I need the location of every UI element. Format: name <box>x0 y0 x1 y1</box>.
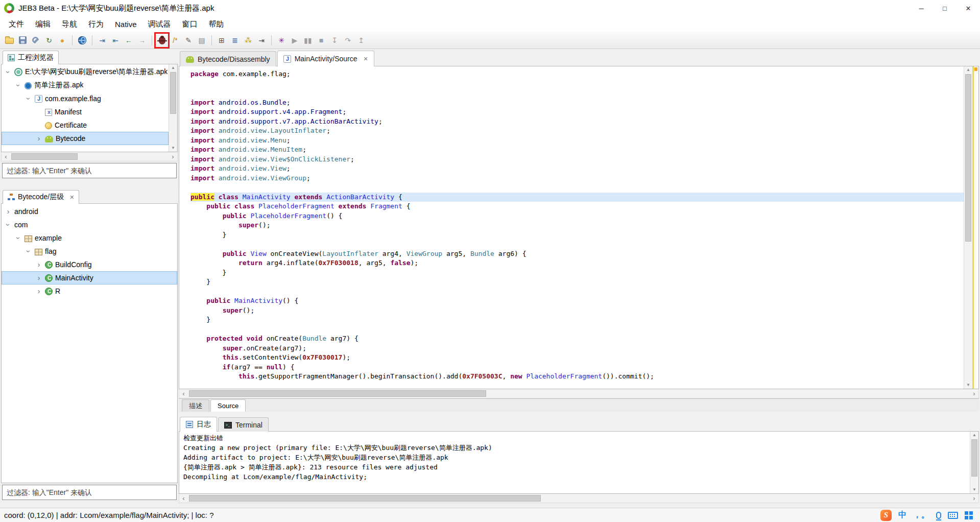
code-line[interactable]: super(); <box>190 306 964 316</box>
scroll-up-arrow-icon[interactable]: ▲ <box>964 66 972 74</box>
sogou-logo-icon[interactable]: S <box>880 510 892 521</box>
code-line[interactable]: super(); <box>190 221 964 230</box>
comment-button[interactable]: /* <box>169 34 181 46</box>
code-line[interactable]: return arg4.inflate(0x7F030018, arg5, fa… <box>190 258 964 268</box>
debug-start-button[interactable]: ✳ <box>275 34 288 46</box>
scroll-thumb[interactable] <box>971 439 977 477</box>
pause-button[interactable]: ▮▮ <box>302 34 314 46</box>
tab-bytecode-hierarchy[interactable]: Bytecode/层级 ✕ <box>3 190 79 204</box>
code-line[interactable]: } <box>190 315 964 325</box>
project-item-Manifest[interactable]: Manifest <box>2 105 169 118</box>
expand-arrow-icon[interactable]: › <box>35 274 42 281</box>
tab-Source[interactable]: Source <box>210 399 246 412</box>
save-button[interactable] <box>16 34 29 46</box>
hierarchy-item-example[interactable]: ›example <box>2 231 177 245</box>
settings-wrench-button[interactable] <box>30 34 42 46</box>
tab-日志[interactable]: 日志 <box>180 417 217 432</box>
keys-button[interactable]: ⁂ <box>242 34 254 46</box>
minimize-button[interactable]: ─ <box>910 0 933 16</box>
tab-MainActivity/Source[interactable]: MainActivity/Source✕ <box>277 51 374 66</box>
project-item-Bytecode[interactable]: ›Bytecode <box>2 132 169 145</box>
code-line[interactable]: package com.example.flag; <box>190 69 964 79</box>
scroll-right-arrow-icon[interactable]: › <box>970 494 978 503</box>
hierarchy-filter-input[interactable] <box>2 485 177 500</box>
run-button[interactable]: ▶ <box>289 34 301 46</box>
code-line[interactable]: import android.view.MenuItem; <box>190 145 964 155</box>
code-line[interactable]: super.onCreate(arg7); <box>190 344 964 353</box>
code-line[interactable] <box>190 287 964 297</box>
expand-arrow-icon[interactable]: › <box>35 261 42 268</box>
lock-button[interactable]: ● <box>56 34 68 46</box>
collapse-arrow-icon[interactable]: › <box>15 82 22 89</box>
log-view[interactable]: 检查更新出错Creating a new project (primary fi… <box>179 432 979 494</box>
code-line[interactable]: import android.support.v4.app.Fragment; <box>190 107 964 117</box>
refresh-button[interactable]: ↻ <box>43 34 55 46</box>
code-line[interactable]: public class MainActivity extends Action… <box>190 193 964 202</box>
scroll-thumb[interactable] <box>189 390 486 397</box>
code-line[interactable]: public View onCreateView(LayoutInflater … <box>190 249 964 259</box>
project-tree-vscrollbar[interactable]: ▲ ▼ <box>169 64 177 152</box>
hierarchy-tree[interactable]: ›android›com›example›flag›BuildConfig›Ma… <box>1 204 178 483</box>
expand-arrow-icon[interactable]: › <box>5 208 12 215</box>
code-line[interactable]: this.setContentView(0x7F030017); <box>190 353 964 363</box>
jump-to-button[interactable]: ⇥ <box>96 34 108 46</box>
tab-描述[interactable]: 描述 <box>182 399 209 412</box>
code-line[interactable]: import android.support.v7.app.ActionBarA… <box>190 117 964 127</box>
stack-view-button[interactable]: ≣ <box>229 34 241 46</box>
toolbox-icon[interactable] <box>965 511 973 519</box>
hierarchy-item-flag[interactable]: ›flag <box>2 245 177 258</box>
menu-调试器[interactable]: 调试器 <box>142 17 177 31</box>
project-tree[interactable]: ›E:\大学\网安\buu刷题reverse\简单注册器.apk›简单注册器.a… <box>1 64 178 152</box>
project-item-E:\大学\网安\buu刷题reverse\简单注册器.apk[interactable]: ›E:\大学\网安\buu刷题reverse\简单注册器.apk <box>2 65 169 79</box>
chinese-mode-icon[interactable]: 中 <box>898 510 906 520</box>
code-line[interactable]: import android.view.View; <box>190 164 964 174</box>
code-line[interactable] <box>190 88 964 98</box>
scroll-left-arrow-icon[interactable]: ‹ <box>2 153 10 161</box>
code-line[interactable]: public PlaceholderFragment() { <box>190 211 964 221</box>
project-item-com.example.flag[interactable]: ›com.example.flag <box>2 92 169 105</box>
code-line[interactable]: import android.view.ViewGroup; <box>190 174 964 183</box>
scroll-right-arrow-icon[interactable]: › <box>169 153 177 161</box>
menu-导航[interactable]: 导航 <box>56 17 83 31</box>
hierarchy-item-android[interactable]: ›android <box>2 205 177 218</box>
code-line[interactable]: import android.view.LayoutInflater; <box>190 126 964 136</box>
scroll-thumb[interactable] <box>11 153 78 160</box>
keyboard-icon[interactable] <box>948 512 958 519</box>
collapse-arrow-icon[interactable]: › <box>25 248 32 255</box>
code-line[interactable]: import android.view.Menu; <box>190 136 964 146</box>
menu-文件[interactable]: 文件 <box>3 17 30 31</box>
code-line[interactable] <box>190 183 964 193</box>
microphone-icon[interactable] <box>936 512 941 519</box>
hierarchy-item-MainActivity[interactable]: ›MainActivity <box>2 271 177 284</box>
scroll-up-arrow-icon[interactable]: ▲ <box>970 432 978 439</box>
step-over-button[interactable]: ↷ <box>342 34 354 46</box>
globe-button[interactable] <box>76 34 88 46</box>
code-area[interactable]: package com.example.flag; import android… <box>179 66 964 389</box>
scroll-down-arrow-icon[interactable]: ▼ <box>169 145 177 152</box>
scroll-up-arrow-icon[interactable]: ▲ <box>169 64 177 72</box>
tab-Terminal[interactable]: Terminal <box>218 417 269 432</box>
scroll-thumb[interactable] <box>170 72 176 114</box>
collapse-arrow-icon[interactable]: › <box>5 68 12 76</box>
close-panel-icon[interactable]: ✕ <box>69 194 74 201</box>
collapse-arrow-icon[interactable]: › <box>5 221 12 228</box>
stop-button[interactable]: ■ <box>315 34 327 46</box>
punctuation-icon[interactable]: ，。 <box>913 510 929 520</box>
scroll-track[interactable] <box>188 494 970 503</box>
code-line[interactable]: public class PlaceholderFragment extends… <box>190 202 964 211</box>
menu-编辑[interactable]: 编辑 <box>30 17 56 31</box>
project-item-Certificate[interactable]: Certificate <box>2 118 169 132</box>
menu-行为[interactable]: 行为 <box>83 17 109 31</box>
scroll-down-arrow-icon[interactable]: ▼ <box>970 486 978 493</box>
scroll-left-arrow-icon[interactable]: ‹ <box>179 494 188 503</box>
document-button[interactable]: ▤ <box>196 34 208 46</box>
step-into-button[interactable]: ↧ <box>328 34 341 46</box>
debugger-button[interactable] <box>156 34 168 46</box>
indent-button[interactable]: ⇥ <box>255 34 268 46</box>
scroll-down-arrow-icon[interactable]: ▼ <box>964 382 972 389</box>
expand-arrow-icon[interactable]: › <box>35 135 42 142</box>
collapse-arrow-icon[interactable]: › <box>25 95 32 102</box>
scroll-track[interactable] <box>10 152 169 161</box>
code-line[interactable] <box>190 79 964 89</box>
hierarchy-item-com[interactable]: ›com <box>2 218 177 231</box>
